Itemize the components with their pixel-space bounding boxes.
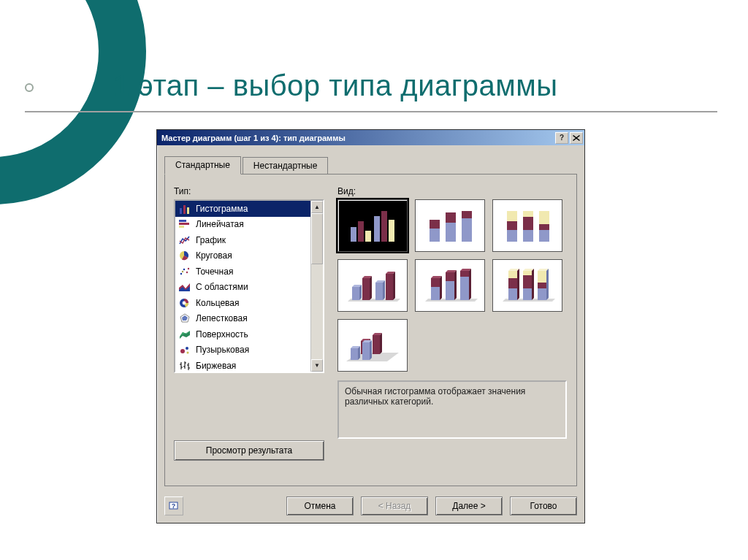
bubble-chart-icon (178, 344, 191, 356)
svg-rect-54 (352, 287, 359, 300)
svg-rect-3 (179, 220, 186, 222)
svg-marker-59 (370, 276, 372, 300)
svg-rect-57 (362, 278, 370, 300)
subtype-3d-clustered-column[interactable] (337, 259, 408, 312)
list-item-label: Круговая (196, 250, 232, 261)
svg-rect-105 (362, 342, 370, 360)
list-item-label: Кольцевая (196, 298, 239, 308)
tab-custom[interactable]: Нестандартные (243, 157, 329, 175)
svg-marker-107 (370, 340, 372, 360)
type-label: Тип: (174, 186, 324, 196)
svg-rect-42 (462, 218, 472, 242)
svg-rect-71 (446, 281, 454, 300)
svg-rect-39 (430, 220, 440, 229)
scroll-track[interactable] (311, 213, 323, 359)
stacked100-column-icon (498, 205, 557, 246)
svg-rect-51 (539, 211, 549, 224)
list-item-label: Гистограмма (196, 204, 248, 214)
subtype-stacked-column[interactable] (415, 199, 485, 252)
svg-rect-81 (508, 271, 517, 278)
chart-wizard-dialog: Мастер диаграмм (шаг 1 из 4): тип диагра… (156, 129, 585, 523)
clustered3d-column-icon (343, 265, 402, 306)
svg-rect-91 (538, 271, 546, 283)
list-item-birzhevaya[interactable]: Биржевая (175, 358, 310, 372)
svg-marker-94 (546, 269, 549, 300)
svg-marker-101 (380, 333, 382, 354)
svg-rect-37 (389, 220, 394, 242)
svg-point-10 (188, 268, 189, 269)
subtype-3d-stacked-column[interactable] (415, 259, 485, 312)
list-item-lineychataya[interactable]: Линейчатая (175, 217, 310, 233)
svg-rect-41 (446, 212, 456, 223)
svg-rect-72 (446, 272, 454, 281)
preview-result-button[interactable]: Просмотр результата (174, 440, 324, 461)
svg-rect-1 (183, 205, 186, 214)
help-icon: ? (168, 500, 180, 512)
chart-type-listbox[interactable]: Гистограмма Линейчатая (174, 199, 324, 373)
line-chart-icon (178, 234, 191, 246)
svg-rect-0 (180, 208, 182, 214)
svg-point-9 (186, 272, 188, 273)
window-title: Мастер диаграмм (шаг 1 из 4): тип диагра… (161, 134, 554, 142)
cancel-button[interactable]: Отмена (286, 496, 354, 515)
list-item-label: С областями (196, 282, 248, 292)
list-item-label: График (196, 235, 226, 245)
svg-marker-65 (393, 272, 395, 300)
scroll-up-button[interactable]: ▲ (311, 201, 323, 213)
list-item-s-oblastyami[interactable]: С областями (175, 280, 310, 296)
subtype-3d-100-stacked-column[interactable] (492, 259, 562, 312)
svg-rect-32 (351, 227, 356, 242)
stacked100-3d-column-icon (498, 265, 557, 306)
stacked3d-column-icon (421, 265, 479, 306)
scroll-thumb[interactable] (311, 213, 323, 264)
svg-rect-33 (358, 221, 364, 242)
list-item-grafik[interactable]: График (175, 232, 310, 248)
svg-rect-4 (179, 223, 189, 225)
svg-rect-67 (431, 287, 440, 300)
back-button[interactable]: < Назад (361, 496, 428, 515)
close-button[interactable] (570, 132, 583, 144)
subtype-100-stacked-column[interactable] (492, 199, 562, 252)
pie-chart-icon (178, 250, 191, 261)
list-item-lepestkovaya[interactable]: Лепестковая (175, 311, 310, 327)
next-button[interactable]: Далее > (435, 496, 503, 515)
list-item-koltsevaya[interactable]: Кольцевая (175, 295, 310, 311)
svg-rect-38 (430, 229, 440, 242)
svg-rect-60 (375, 283, 383, 300)
column3d-icon (343, 325, 402, 366)
bar-chart-icon (178, 203, 191, 215)
svg-point-22 (187, 352, 189, 354)
listbox-scrollbar[interactable]: ▲ ▼ (310, 201, 323, 372)
svg-point-7 (180, 273, 182, 275)
svg-marker-70 (440, 276, 442, 300)
tabstrip: Стандартные Нестандартные (164, 156, 577, 174)
dialog-client: Стандартные Нестандартные Тип: Гистограм… (157, 145, 584, 523)
finish-button[interactable]: Готово (510, 496, 577, 515)
svg-rect-35 (374, 216, 380, 242)
list-item-label: Точечная (196, 266, 233, 277)
hbar-chart-icon (178, 218, 191, 230)
view-label: Вид: (337, 186, 568, 196)
surface-chart-icon (178, 329, 191, 340)
list-item-krugovaya[interactable]: Круговая (175, 248, 310, 264)
tab-panel: Тип: Гистограмма (164, 174, 577, 486)
list-item-gistogramma[interactable]: Гистограмма (175, 201, 310, 217)
help-titlebar-button[interactable]: ? (555, 132, 568, 144)
list-item-label: Лепестковая (196, 313, 248, 323)
scroll-down-button[interactable]: ▼ (311, 359, 323, 372)
context-help-button[interactable]: ? (164, 496, 183, 515)
svg-point-15 (183, 301, 186, 304)
subtype-3d-column[interactable] (337, 319, 408, 372)
svg-rect-40 (446, 223, 456, 242)
list-item-tochechnaya[interactable]: Точечная (175, 264, 310, 280)
titlebar: Мастер диаграмм (шаг 1 из 4): тип диагра… (157, 130, 584, 145)
svg-rect-36 (381, 211, 387, 242)
chart-type-items: Гистограмма Линейчатая (175, 201, 310, 372)
svg-rect-68 (431, 278, 440, 287)
subtype-clustered-column[interactable] (337, 199, 408, 252)
list-item-puzyrkovaya[interactable]: Пузырьковая (175, 342, 310, 358)
tab-standard[interactable]: Стандартные (164, 156, 241, 174)
list-item-label: Биржевая (196, 361, 236, 371)
scatter-chart-icon (178, 266, 191, 277)
list-item-poverkhnost[interactable]: Поверхность (175, 326, 310, 342)
